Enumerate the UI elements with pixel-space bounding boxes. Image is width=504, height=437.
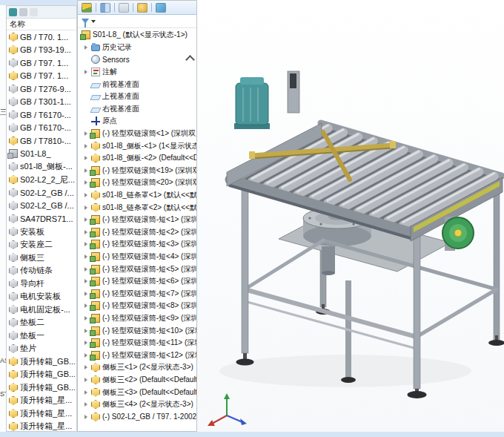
tree-item[interactable]: (-) 轻型双链滚筒-短<9> (深圳双 (78, 312, 196, 325)
parts-list-item[interactable]: GB / T7810-... (7, 134, 76, 148)
tree-item[interactable]: (-) 轻型双链滚筒-短<4> (深圳双 (78, 251, 196, 263)
parts-list-item[interactable]: 安装座二 (7, 238, 76, 252)
parts-list-item[interactable]: GB / T70. 1... (7, 30, 76, 44)
tree-item[interactable]: (-) 轻型双链滚筒-短<2> (深圳双 (78, 226, 196, 239)
parts-list-item[interactable]: GB / T301-1... (7, 96, 76, 109)
conveyor-3d-model[interactable] (197, 0, 504, 432)
tree-item[interactable]: (-) 轻型双链滚筒-短<1> (深圳双 (78, 214, 196, 226)
parts-toolbar-icon[interactable] (9, 8, 17, 16)
expand-arrow-icon[interactable] (84, 415, 90, 419)
tree-item[interactable]: S01-L8_ (默认<显示状态-1>) (78, 29, 196, 42)
subassembly-icon (91, 289, 100, 298)
tree-item[interactable]: (-) 轻型双链滚筒-短<6> (深圳双 (78, 275, 196, 288)
parts-item-label: S02-L2_GB /... (20, 201, 74, 210)
tree-item-label: (-) 轻型双链滚筒-短<3> (深圳双 (102, 239, 196, 249)
tree-item[interactable]: s01-l8_链条罩<1> (默认<<默认 (78, 189, 196, 202)
tree-item[interactable]: 侧板三<3> (Default<<Default> (78, 386, 196, 398)
tree-item[interactable]: 右视基准面 (78, 103, 196, 116)
tree-item[interactable]: (-) 轻型双链滚筒<20> (深圳双力 (78, 177, 196, 189)
tree-item[interactable]: 历史记录 (78, 42, 196, 54)
tree-item[interactable]: 前视基准面 (78, 78, 196, 91)
graphics-viewport[interactable] (197, 0, 504, 432)
parts-list-item[interactable]: GB / T276-9... (7, 82, 76, 96)
tree-item[interactable]: (-) 轻型双链滚筒-短<11> (深圳 (78, 337, 196, 349)
expand-arrow-icon[interactable] (84, 378, 90, 382)
parts-list-item[interactable]: 电机固定板-... (7, 303, 76, 317)
parts-list-item[interactable]: S02-L2_2_尼... (7, 174, 76, 187)
parts-list-item[interactable]: S02-L2_GB /... (7, 200, 76, 213)
parts-list-item[interactable]: 顶升转箱_星... (7, 420, 76, 432)
parts-list-item[interactable]: 垫板二 (7, 316, 76, 329)
tree-item[interactable]: (-) 轻型双链滚筒-短<12> (深圳 (78, 349, 196, 361)
tree-item[interactable]: 侧板三<1> (2<显示状态-3>) (78, 361, 196, 374)
tree-item-label: (-) 轻型双链滚筒-短<6> (深圳双 (102, 276, 196, 286)
expand-arrow-icon[interactable] (84, 144, 90, 148)
parts-list-item[interactable]: GB / T97. 1... (7, 70, 76, 83)
tree-item-label: 侧板三<3> (Default<<Default> (102, 387, 196, 398)
parts-list-item[interactable]: GB / T6170-... (7, 108, 76, 122)
parts-list-item[interactable]: 顶升转箱_GB... (7, 355, 76, 369)
tree-item[interactable]: 原点 (78, 115, 196, 128)
tree-item[interactable]: (-) 轻型双链滚筒-短<10> (深圳 (78, 324, 196, 337)
tree-item[interactable]: s01-l8_链条罩<2> (默认<<默认 (78, 201, 196, 214)
tree-item[interactable]: 侧板三<4> (2<显示状态-3>) (78, 398, 196, 411)
parts-list-item[interactable]: 顶升转箱_GB... (7, 381, 76, 395)
tree-item[interactable]: s01-l8_侧板-<1> (1<显示状态 (78, 139, 196, 152)
parts-list-item[interactable]: 侧板三 (7, 252, 76, 265)
gearmotor[interactable] (442, 217, 474, 251)
configurationmanager-tab-icon[interactable] (119, 3, 129, 13)
drive-motor[interactable] (234, 77, 270, 129)
parts-column-header[interactable]: 名称 (7, 19, 76, 30)
parts-list-item[interactable]: 顶升转箱_星... (7, 394, 76, 407)
part-icon (9, 111, 18, 119)
sensor-bracket[interactable] (288, 71, 299, 113)
parts-list-item[interactable]: GB / T6170-... (7, 122, 76, 135)
parts-list-item[interactable]: 垫片 (7, 342, 76, 355)
tree-item[interactable]: 注解 (78, 66, 196, 79)
tree-filter-row[interactable] (78, 15, 196, 28)
tree-item[interactable]: (-) S02-L2_GB / T97. 1-2002平 (78, 410, 196, 423)
tree-item[interactable]: Sensors (78, 53, 196, 66)
part-icon (9, 396, 18, 405)
parts-list-item[interactable]: 顶升转箱_GB... (7, 368, 76, 381)
expand-arrow-icon[interactable] (84, 390, 90, 395)
tree-item[interactable]: 上视基准面 (78, 91, 196, 103)
tree-item[interactable]: (-) 轻型双链滚筒-短<7> (深圳双 (78, 287, 196, 300)
parts-list-item[interactable]: 垫板一 (7, 329, 76, 343)
tree-item[interactable]: 侧板三<2> (Default<<Default> (78, 374, 196, 387)
displaymanager-tab-icon[interactable] (156, 3, 166, 13)
tree-item[interactable]: (-) 轻型双链滚筒<19> (深圳双力 (78, 165, 196, 177)
parts-list-item[interactable]: GB / T97. 1... (7, 56, 76, 70)
propertymanager-tab-icon[interactable] (100, 3, 110, 13)
parts-list-item[interactable]: SA47DRS71... (7, 212, 76, 226)
parts-list-item[interactable]: 顶升转箱_星... (7, 407, 76, 421)
parts-list-item[interactable]: s01-l8_侧板-... (7, 160, 76, 174)
parts-item-label: GB / T7810-... (20, 137, 71, 145)
filter-funnel-icon[interactable] (82, 19, 89, 24)
tree-item[interactable]: (-) 轻型双链滚筒-短<3> (深圳双 (78, 238, 196, 251)
parts-list-item[interactable]: 安装板 (7, 226, 76, 239)
expand-arrow-icon[interactable] (84, 156, 90, 160)
parts-list-item[interactable]: 传动链条 (7, 264, 76, 277)
filter-dropdown-caret-icon[interactable] (91, 20, 96, 23)
expand-arrow-icon[interactable] (84, 402, 90, 407)
expand-arrow-icon[interactable] (84, 206, 90, 210)
parts-list-item[interactable]: 电机安装板 (7, 290, 76, 303)
parts-toolbar-icon[interactable] (30, 8, 38, 16)
expand-arrow-icon[interactable] (84, 45, 90, 50)
parts-list-item[interactable]: GB / T93-19... (7, 44, 76, 57)
parts-list-item[interactable]: 导向杆 (7, 277, 76, 291)
expand-arrow-icon[interactable] (84, 193, 90, 197)
expand-arrow-icon[interactable] (84, 70, 90, 74)
featuremanager-tab-icon[interactable] (82, 3, 92, 13)
subassembly-icon (91, 277, 100, 286)
parts-list-item[interactable]: S01-L8_ (7, 148, 76, 161)
parts-toolbar-icon[interactable] (19, 8, 27, 16)
dimxpertmanager-tab-icon[interactable] (137, 3, 147, 13)
tree-item[interactable]: (-) 轻型双链滚筒-短<8> (深圳双 (78, 300, 196, 312)
tree-item[interactable]: s01-l8_侧板-<2> (Default<<De (78, 152, 196, 165)
expand-arrow-icon[interactable] (84, 365, 90, 369)
tree-item[interactable]: (-) 轻型双链滚筒-短<5> (深圳双 (78, 263, 196, 275)
parts-list-item[interactable]: S02-L2_GB /... (7, 186, 76, 200)
tree-item[interactable]: (-) 轻型双链滚筒<1> (深圳双力. (78, 128, 196, 140)
